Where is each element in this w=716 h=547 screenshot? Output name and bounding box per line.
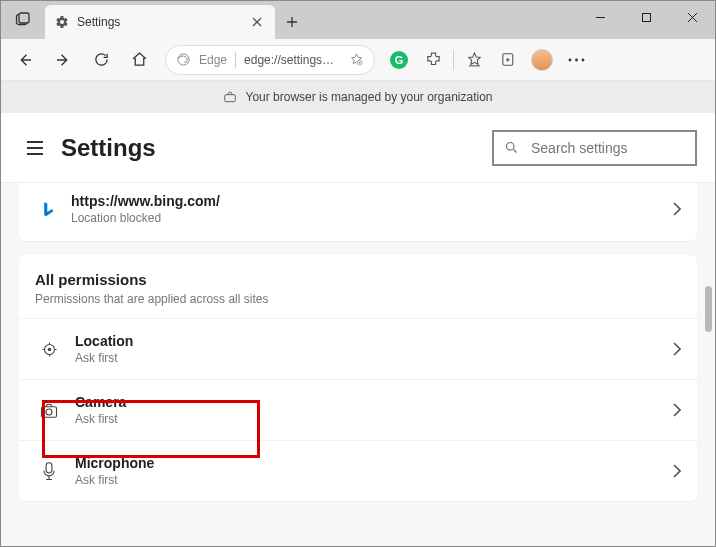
- collections-button[interactable]: [492, 44, 524, 76]
- permission-row-microphone[interactable]: Microphone Ask first: [19, 440, 697, 501]
- gear-icon: [55, 15, 69, 29]
- permission-label: Camera: [75, 394, 657, 410]
- permission-row-location[interactable]: Location Ask first: [19, 318, 697, 379]
- settings-header: Settings: [1, 113, 715, 183]
- maximize-button[interactable]: [623, 1, 669, 33]
- more-menu-button[interactable]: [560, 44, 592, 76]
- svg-point-12: [47, 347, 51, 351]
- permission-status: Ask first: [75, 412, 657, 426]
- chevron-right-icon: [673, 464, 681, 478]
- permission-status: Ask first: [75, 473, 657, 487]
- camera-icon: [39, 400, 59, 420]
- permission-status: Ask first: [75, 351, 657, 365]
- recent-site-status: Location blocked: [71, 211, 659, 225]
- close-tab-icon[interactable]: [249, 14, 265, 30]
- location-icon: [39, 339, 59, 359]
- address-bar[interactable]: Edge edge://settings…: [165, 45, 375, 75]
- svg-rect-9: [225, 95, 236, 102]
- address-url: edge://settings…: [244, 53, 341, 67]
- svg-rect-15: [46, 462, 52, 472]
- window-titlebar: Settings: [1, 1, 715, 39]
- chevron-right-icon: [673, 202, 681, 216]
- menu-toggle-button[interactable]: [21, 134, 49, 162]
- chevron-right-icon: [673, 403, 681, 417]
- svg-rect-2: [642, 13, 650, 21]
- svg-point-10: [507, 143, 515, 151]
- svg-point-8: [581, 58, 584, 61]
- microphone-icon: [39, 461, 59, 481]
- managed-message: Your browser is managed by your organiza…: [245, 90, 492, 104]
- recent-site-url: https://www.bing.com/: [71, 193, 659, 209]
- refresh-button[interactable]: [83, 42, 119, 78]
- address-engine: Edge: [199, 53, 227, 67]
- home-button[interactable]: [121, 42, 157, 78]
- profile-avatar[interactable]: [526, 44, 558, 76]
- extensions-button[interactable]: [417, 44, 449, 76]
- search-input[interactable]: [531, 140, 685, 156]
- svg-rect-1: [19, 13, 29, 23]
- scrollbar-thumb[interactable]: [705, 286, 712, 332]
- close-window-button[interactable]: [669, 1, 715, 33]
- managed-info-bar: Your browser is managed by your organiza…: [1, 81, 715, 113]
- tab-title: Settings: [77, 15, 241, 29]
- recent-activity-card: https://www.bing.com/ Location blocked: [19, 183, 697, 241]
- svg-point-14: [46, 409, 52, 415]
- minimize-button[interactable]: [577, 1, 623, 33]
- chevron-right-icon: [673, 342, 681, 356]
- favorite-star-icon[interactable]: [349, 52, 364, 67]
- grammarly-extension-icon[interactable]: G: [383, 44, 415, 76]
- bing-favicon-icon: [39, 200, 57, 218]
- tab-actions-button[interactable]: [1, 1, 45, 39]
- all-permissions-header: All permissions Permissions that are app…: [19, 255, 697, 318]
- window-controls: [577, 1, 715, 33]
- permission-label: Location: [75, 333, 657, 349]
- permission-row-camera[interactable]: Camera Ask first: [19, 379, 697, 440]
- new-tab-button[interactable]: [275, 5, 309, 39]
- briefcase-icon: [223, 90, 237, 104]
- recent-site-row[interactable]: https://www.bing.com/ Location blocked: [19, 183, 697, 241]
- browser-toolbar: Edge edge://settings… G: [1, 39, 715, 81]
- permission-label: Microphone: [75, 455, 657, 471]
- svg-point-6: [568, 58, 571, 61]
- back-button[interactable]: [7, 42, 43, 78]
- address-divider: [235, 52, 236, 68]
- all-permissions-card: All permissions Permissions that are app…: [19, 255, 697, 501]
- recent-site-info: https://www.bing.com/ Location blocked: [71, 193, 659, 225]
- favorites-button[interactable]: [458, 44, 490, 76]
- search-icon: [504, 140, 519, 155]
- toolbar-divider: [453, 50, 454, 70]
- svg-rect-13: [42, 406, 57, 417]
- edge-logo-icon: [176, 52, 191, 67]
- svg-point-7: [575, 58, 578, 61]
- page-title: Settings: [61, 134, 492, 162]
- settings-content: https://www.bing.com/ Location blocked A…: [1, 183, 715, 546]
- forward-button[interactable]: [45, 42, 81, 78]
- all-permissions-subtitle: Permissions that are applied across all …: [35, 292, 681, 306]
- browser-tab[interactable]: Settings: [45, 5, 275, 39]
- search-settings-box[interactable]: [492, 130, 697, 166]
- all-permissions-title: All permissions: [35, 271, 681, 288]
